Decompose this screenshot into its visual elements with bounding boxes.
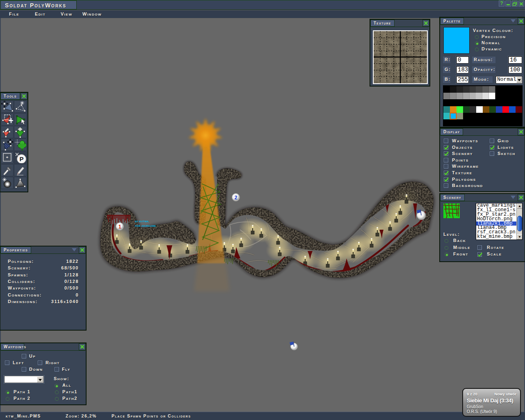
svg-text:FOR JOURGAME.: FOR JOURGAME.: [135, 225, 157, 227]
svg-text:2: 2: [235, 195, 237, 201]
svg-text:1: 1: [119, 224, 121, 230]
svg-text:P: P: [19, 155, 23, 162]
svg-text:BY KUTWA.: BY KUTWA.: [135, 220, 149, 223]
